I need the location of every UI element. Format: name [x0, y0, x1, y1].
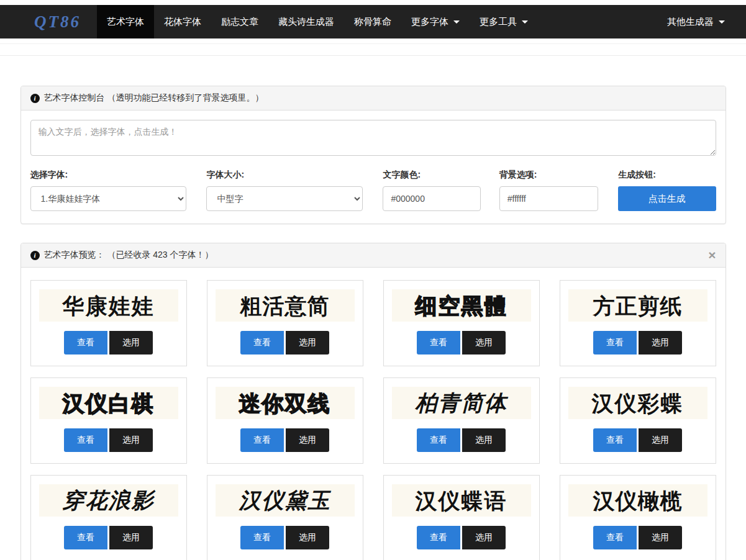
use-button[interactable]: 选用	[639, 428, 682, 452]
card-buttons: 查看 选用	[417, 526, 506, 549]
nav-item-fancy-font[interactable]: 花体字体	[154, 5, 211, 38]
info-icon	[30, 94, 40, 103]
text-input[interactable]	[30, 120, 716, 156]
use-button[interactable]: 选用	[286, 526, 329, 549]
card-buttons: 查看 选用	[593, 331, 682, 355]
preview-panel-body: 华康娃娃 查看 选用 粗活意简 查看 选用	[21, 268, 726, 560]
nav-item-more-fonts[interactable]: 更多字体	[401, 5, 470, 38]
font-preview-image: 细空黑體	[392, 289, 531, 322]
nav-item-fortune-telling[interactable]: 称骨算命	[344, 5, 401, 38]
nav-item-acrostic-poem-generator[interactable]: 藏头诗生成器	[268, 5, 344, 38]
view-button[interactable]: 查看	[240, 526, 284, 549]
bg-option-group: 背景选项:	[499, 169, 618, 211]
font-preview-text: 华康娃娃	[63, 295, 155, 317]
size-select-label: 字体大小:	[206, 169, 363, 181]
text-color-label: 文字颜色:	[383, 169, 480, 181]
font-grid: 华康娃娃 查看 选用 粗活意简 查看 选用	[30, 277, 716, 560]
top-gap	[0, 0, 746, 5]
use-button[interactable]: 选用	[286, 428, 329, 452]
font-preview-image: 方正剪纸	[568, 289, 707, 322]
nav-item-other-generators[interactable]: 其他生成器	[657, 5, 735, 38]
view-button[interactable]: 查看	[240, 331, 284, 355]
console-panel-header: 艺术字体控制台 （透明功能已经转移到了背景选项里。）	[21, 86, 726, 111]
font-select-label: 选择字体:	[30, 169, 187, 181]
text-color-group: 文字颜色:	[383, 169, 499, 211]
use-button[interactable]: 选用	[462, 428, 506, 452]
brand-logo[interactable]: QT86	[0, 5, 97, 38]
font-select-group: 选择字体: 1.华康娃娃字体	[30, 169, 207, 211]
font-preview-image: 汉仪黛玉	[216, 484, 355, 517]
font-preview-text: 汉仪蝶语	[416, 490, 507, 512]
generate-button[interactable]: 点击生成	[618, 186, 716, 211]
view-button[interactable]: 查看	[240, 428, 284, 452]
chevron-down-icon	[719, 20, 725, 24]
preview-panel-title: 艺术字体预览： （已经收录 423 个字体！）	[44, 250, 214, 261]
font-preview-image: 汉仪蝶语	[392, 484, 531, 517]
view-button[interactable]: 查看	[593, 331, 637, 355]
nav-items: 艺术字体 花体字体 励志文章 藏头诗生成器 称骨算命 更多字体 更多工具	[97, 5, 657, 38]
font-card: 方正剪纸 查看 选用	[560, 280, 716, 366]
view-button[interactable]: 查看	[64, 331, 107, 355]
font-preview-text: 柏青简体	[416, 392, 507, 414]
info-icon	[30, 251, 40, 260]
view-button[interactable]: 查看	[593, 526, 637, 549]
font-card: 汉仪黛玉 查看 选用	[207, 475, 363, 560]
card-buttons: 查看 选用	[64, 526, 153, 549]
nav-item-art-font[interactable]: 艺术字体	[97, 5, 154, 38]
font-card: 细空黑體 查看 选用	[383, 280, 540, 366]
nav-item-more-tools[interactable]: 更多工具	[470, 5, 538, 38]
generate-label: 生成按钮:	[618, 169, 716, 181]
view-button[interactable]: 查看	[64, 428, 107, 452]
card-buttons: 查看 选用	[240, 331, 329, 355]
use-button[interactable]: 选用	[109, 526, 153, 549]
nav-item-label: 藏头诗生成器	[278, 16, 334, 28]
font-select[interactable]: 1.华康娃娃字体	[30, 186, 187, 211]
font-preview-text: 汉仪黛玉	[239, 490, 331, 512]
use-button[interactable]: 选用	[462, 526, 506, 549]
font-preview-image: 汉仪彩蝶	[568, 387, 707, 419]
sub-header-strip	[0, 43, 746, 56]
nav-item-inspirational-articles[interactable]: 励志文章	[211, 5, 268, 38]
card-buttons: 查看 选用	[593, 526, 682, 549]
card-buttons: 查看 选用	[417, 331, 506, 355]
nav-item-label: 更多工具	[480, 16, 517, 28]
bg-option-input[interactable]	[499, 186, 598, 211]
font-preview-text: 方正剪纸	[593, 295, 683, 317]
font-card: 粗活意简 查看 选用	[207, 280, 363, 366]
view-button[interactable]: 查看	[593, 428, 637, 452]
use-button[interactable]: 选用	[109, 331, 153, 355]
card-buttons: 查看 选用	[240, 428, 329, 452]
font-preview-image: 汉仪橄榄	[568, 484, 707, 517]
font-preview-image: 柏青简体	[392, 387, 531, 419]
card-buttons: 查看 选用	[593, 428, 682, 452]
font-preview-text: 汉仪白棋	[63, 392, 155, 414]
font-card: 迷你双线 查看 选用	[207, 377, 363, 464]
view-button[interactable]: 查看	[417, 428, 460, 452]
console-panel-title: 艺术字体控制台 （透明功能已经转移到了背景选项里。）	[44, 93, 264, 104]
use-button[interactable]: 选用	[639, 526, 682, 549]
view-button[interactable]: 查看	[417, 331, 460, 355]
font-preview-text: 迷你双线	[239, 392, 331, 414]
console-panel-body: 选择字体: 1.华康娃娃字体 字体大小: 中型字 文字颜色: 背景选	[21, 111, 726, 224]
use-button[interactable]: 选用	[109, 428, 153, 452]
view-button[interactable]: 查看	[417, 526, 460, 549]
size-select-group: 字体大小: 中型字	[206, 169, 383, 211]
nav-item-label: 称骨算命	[354, 16, 391, 28]
use-button[interactable]: 选用	[639, 331, 682, 355]
use-button[interactable]: 选用	[286, 331, 329, 355]
font-card: 汉仪蝶语 查看 选用	[383, 475, 540, 560]
preview-panel-header: 艺术字体预览： （已经收录 423 个字体！） ×	[21, 243, 726, 268]
font-preview-text: 细空黑體	[416, 295, 507, 317]
chevron-down-icon	[522, 20, 528, 24]
font-preview-text: 粗活意简	[240, 295, 330, 317]
chevron-down-icon	[453, 20, 460, 24]
font-card: 穿花浪影 查看 选用	[30, 475, 187, 560]
nav-right: 其他生成器	[657, 5, 746, 38]
text-color-input[interactable]	[383, 186, 480, 211]
font-preview-image: 粗活意简	[216, 289, 355, 322]
size-select[interactable]: 中型字	[206, 186, 363, 211]
view-button[interactable]: 查看	[64, 526, 107, 549]
use-button[interactable]: 选用	[462, 331, 506, 355]
preview-panel: 艺术字体预览： （已经收录 423 个字体！） × 华康娃娃 查看 选用 粗	[20, 243, 726, 560]
close-icon[interactable]: ×	[708, 251, 716, 260]
